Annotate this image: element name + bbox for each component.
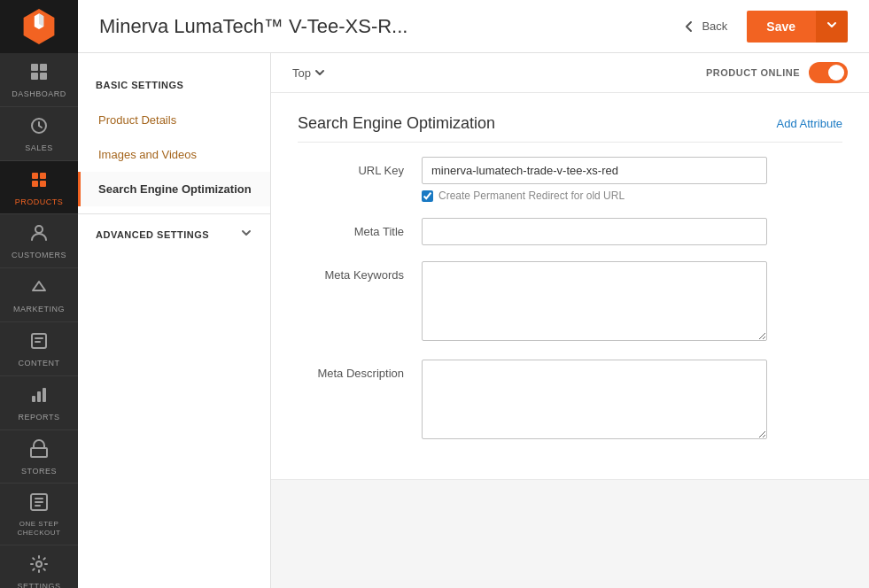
url-key-label: URL Key [298,157,422,177]
save-dropdown-button[interactable] [815,11,848,43]
page-title: Minerva LumaTech™ V-Tee-XS-R... [99,15,407,38]
meta-title-input[interactable] [422,218,767,245]
logo [0,0,78,53]
sidebar-item-one-step-checkout[interactable]: One Step Checkout [0,484,78,545]
main-area: Minerva LumaTech™ V-Tee-XS-R... Back Sav… [78,0,869,588]
store-view-selector[interactable]: Top [292,66,325,80]
dashboard-icon [29,62,49,86]
svg-rect-8 [40,181,46,187]
sidebar: Dashboard Sales Products Customers Marke… [0,0,78,588]
advanced-settings-title: Advanced Settings [96,229,209,240]
meta-description-textarea[interactable] [422,360,767,439]
section-title: Search Engine Optimization Add Attribute [298,114,842,143]
back-button[interactable]: Back [673,14,736,39]
sidebar-item-checkout-label: One Step Checkout [4,520,74,537]
save-button-group: Save [747,11,848,43]
content-area: Basic Settings Product Details Images an… [78,53,869,588]
panel-top-bar: Top Product Online [271,53,869,93]
right-panel: Top Product Online Search Engine Optimiz… [271,53,869,588]
sidebar-item-reports-label: Reports [19,413,60,422]
svg-point-9 [35,226,43,233]
sidebar-item-customers-label: Customers [12,251,66,260]
basic-settings-title: Basic Settings [78,71,270,103]
sidebar-item-sales-label: Sales [25,143,53,153]
customers-icon [29,223,49,247]
svg-rect-0 [31,64,38,71]
stores-icon [29,439,49,463]
sidebar-item-dashboard-label: Dashboard [12,89,66,99]
svg-rect-3 [40,73,47,80]
magento-logo-icon [21,9,57,44]
permanent-redirect-label: Create Permanent Redirect for old URL [438,190,625,202]
nav-item-seo[interactable]: Search Engine Optimization [78,172,270,206]
meta-keywords-field [422,261,767,344]
svg-rect-11 [32,396,35,402]
sidebar-item-marketing[interactable]: Marketing [0,268,78,322]
product-online-label: Product Online [706,67,800,78]
svg-rect-12 [37,391,41,402]
back-arrow-icon [682,19,696,34]
sidebar-item-settings-label: Settings [17,582,60,588]
meta-keywords-textarea[interactable] [422,261,767,341]
permanent-redirect-checkbox[interactable] [422,190,433,202]
sidebar-item-marketing-label: Marketing [13,305,65,314]
meta-description-field [422,360,767,442]
url-key-field: Create Permanent Redirect for old URL [422,157,767,202]
store-view-dropdown-icon [314,67,325,78]
marketing-icon [29,277,49,301]
store-view-label: Top [292,66,311,80]
settings-icon [29,554,49,578]
svg-rect-5 [32,173,38,179]
meta-title-field [422,218,767,245]
sidebar-item-content[interactable]: Content [0,322,78,376]
sidebar-item-stores[interactable]: Stores [0,430,78,484]
save-dropdown-arrow-icon [826,19,837,30]
sidebar-item-products[interactable]: Products [0,161,78,215]
left-panel: Basic Settings Product Details Images an… [78,53,271,588]
save-button[interactable]: Save [747,11,815,43]
checkout-icon [29,492,49,516]
toggle-slider [809,62,848,83]
header: Minerva LumaTech™ V-Tee-XS-R... Back Sav… [78,0,869,53]
meta-keywords-label: Meta Keywords [298,261,422,282]
meta-keywords-row: Meta Keywords [298,261,842,344]
svg-rect-13 [43,388,46,402]
meta-title-row: Meta Title [298,218,842,245]
add-attribute-link[interactable]: Add Attribute [777,117,842,130]
permanent-redirect-row: Create Permanent Redirect for old URL [422,190,767,202]
sidebar-item-products-label: Products [15,197,64,207]
products-icon [29,170,49,194]
svg-point-16 [36,561,42,567]
header-actions: Back Save [673,11,848,43]
meta-description-label: Meta Description [298,360,422,380]
nav-item-images-videos[interactable]: Images and Videos [78,137,270,172]
svg-rect-1 [40,64,47,71]
meta-description-row: Meta Description [298,360,842,442]
sidebar-item-settings[interactable]: Settings [0,545,78,588]
seo-form-section: Search Engine Optimization Add Attribute… [271,93,869,480]
sales-icon [29,116,49,140]
url-key-row: URL Key Create Permanent Redirect for ol… [298,157,842,202]
sidebar-item-reports[interactable]: Reports [0,376,78,430]
svg-rect-14 [31,448,47,457]
meta-title-label: Meta Title [298,218,422,238]
sidebar-item-sales[interactable]: Sales [0,107,78,161]
sidebar-item-dashboard[interactable]: Dashboard [0,53,78,107]
url-key-input[interactable] [422,157,767,184]
product-online-area: Product Online [706,62,848,83]
nav-item-product-details[interactable]: Product Details [78,103,270,137]
svg-rect-2 [31,73,38,80]
svg-rect-6 [40,173,46,179]
sidebar-item-stores-label: Stores [21,467,57,476]
svg-rect-7 [32,181,38,187]
chevron-down-icon [240,227,252,242]
sidebar-item-content-label: Content [19,359,60,368]
reports-icon [29,385,49,409]
content-icon [29,331,49,355]
sidebar-item-customers[interactable]: Customers [0,214,78,268]
product-online-toggle[interactable] [809,62,848,83]
advanced-settings-header[interactable]: Advanced Settings [78,213,270,254]
